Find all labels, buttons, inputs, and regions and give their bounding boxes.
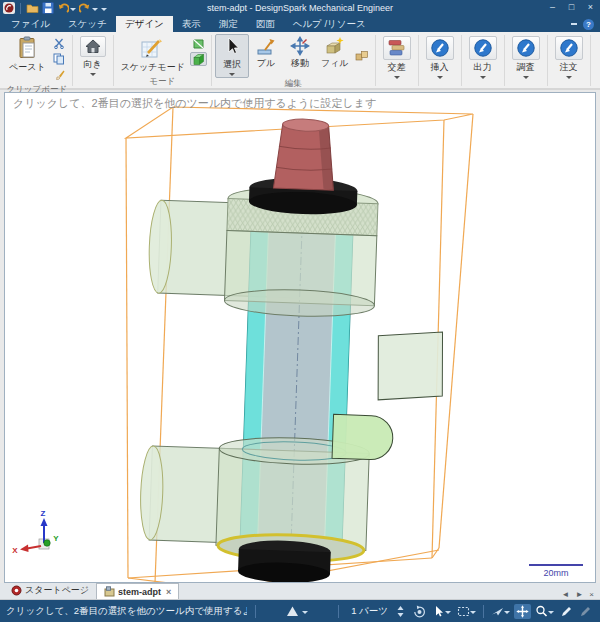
ribbon-group-insert: 挿入 [419, 33, 461, 88]
tab-navigation: ◄ ► × [561, 590, 600, 599]
axis-x-label: X [12, 546, 18, 555]
close-tabs-icon[interactable]: × [589, 590, 594, 599]
divider [20, 3, 21, 14]
viewport-hint-text: クリックして、2番目の選択を他のツール内で使用するように設定します [13, 97, 376, 109]
scissors-icon [53, 37, 65, 49]
collapse-ribbon-icon[interactable] [571, 23, 577, 25]
document-icon [104, 586, 115, 597]
tab-drawing[interactable]: 図面 [247, 16, 284, 32]
divider [483, 605, 484, 618]
order-icon [559, 38, 579, 58]
output-button[interactable]: 出力 [465, 34, 501, 81]
order-button[interactable]: 注文 [551, 34, 587, 81]
maximize-button[interactable]: □ [562, 0, 581, 16]
investigate-button[interactable]: 調査 [508, 34, 544, 81]
pan-move-button[interactable] [514, 604, 531, 619]
dropdown-caret-icon [523, 76, 529, 79]
fill-button[interactable]: フィル [317, 34, 353, 72]
undo-button[interactable] [57, 3, 76, 14]
format-painter-button[interactable] [51, 68, 68, 82]
tab-design[interactable]: デザイン [116, 16, 173, 32]
divider [338, 605, 339, 618]
cube-icon [192, 53, 205, 66]
sketch-plane-button[interactable] [558, 604, 575, 619]
ribbon-group-investigate: 調査 [505, 33, 547, 88]
warning-triangle-icon [286, 605, 299, 617]
app-logo-icon[interactable] [3, 2, 15, 14]
tab-start-page[interactable]: スタートページ [4, 582, 96, 599]
warnings-button[interactable] [286, 605, 308, 617]
close-button[interactable]: × [581, 0, 600, 16]
scale-bar: 20mm [529, 565, 583, 578]
move-button[interactable]: 移動 [283, 34, 317, 72]
dropdown-caret-icon [92, 8, 98, 11]
close-tab-icon[interactable]: × [166, 587, 171, 597]
next-tab-icon[interactable]: ► [575, 590, 583, 599]
intersect-button[interactable]: 交差 [379, 34, 415, 81]
sketch-plane-alt-button[interactable] [577, 604, 594, 619]
combine-button[interactable] [354, 49, 371, 63]
fly-navigation-button[interactable] [489, 604, 512, 619]
tab-stem-adpt[interactable]: stem-adpt × [96, 583, 179, 599]
move-icon [290, 36, 310, 56]
select-tool-button[interactable] [430, 604, 453, 619]
title-bar: stem-adpt - DesignSpark Mechanical Engin… [0, 0, 600, 16]
parts-count: 1 パーツ [351, 605, 388, 618]
section-mode-icon [192, 37, 205, 50]
ribbon-group-orientation: 向き [73, 33, 113, 88]
tab-file[interactable]: ファイル [2, 16, 59, 32]
axis-triad: Z X Y [12, 509, 59, 555]
dropdown-caret-icon [470, 611, 476, 614]
prev-tab-icon[interactable]: ◄ [561, 590, 569, 599]
select-cursor-icon [223, 36, 241, 57]
ribbon-tab-row: ファイル スケッチ デザイン 表示 測定 図面 ヘルプ /リソース ? [0, 16, 600, 32]
open-folder-icon[interactable] [26, 2, 39, 14]
help-icon[interactable]: ? [583, 19, 594, 30]
save-icon[interactable] [42, 2, 54, 14]
orbit-button[interactable] [411, 604, 428, 619]
select-button[interactable]: 選択 [215, 34, 249, 78]
dropdown-caret-icon [566, 76, 572, 79]
axis-z-label: Z [41, 509, 46, 518]
minimize-button[interactable]: – [543, 0, 562, 16]
box-select-button[interactable] [455, 604, 478, 619]
model-assembly[interactable] [138, 114, 452, 582]
divider [255, 605, 256, 618]
ribbon-group-mode: スケッチモード モード [114, 33, 211, 88]
orientation-button[interactable]: 向き [76, 34, 110, 78]
svg-text:20mm: 20mm [543, 568, 568, 578]
pull-button[interactable]: 移動 プル [249, 34, 283, 72]
qat-customize-caret-icon[interactable] [101, 8, 107, 11]
undo-icon [57, 3, 69, 14]
dropdown-caret-icon [504, 611, 510, 614]
cut-button[interactable] [51, 36, 68, 50]
part-red-barb[interactable] [273, 118, 335, 190]
paste-button[interactable]: ペースト [5, 34, 50, 76]
spin-updown-button[interactable] [392, 604, 409, 619]
dropdown-caret-icon [548, 611, 554, 614]
tab-help-resources[interactable]: ヘルプ /リソース [284, 16, 375, 32]
insert-icon [430, 38, 450, 58]
redo-icon [79, 3, 91, 14]
insert-button[interactable]: 挿入 [422, 34, 458, 81]
copy-button[interactable] [51, 52, 68, 66]
intersect-icon [387, 38, 407, 58]
dropdown-caret-icon [302, 611, 308, 614]
zoom-button[interactable] [533, 604, 556, 619]
dropdown-caret-icon [229, 73, 235, 76]
tab-measure[interactable]: 測定 [210, 16, 247, 32]
ribbon-group-order: 注文 [548, 33, 590, 88]
home-icon [84, 38, 102, 55]
part-black-bottom-cylinder[interactable] [238, 539, 331, 582]
solid-mode-button[interactable] [190, 52, 207, 66]
tab-sketch[interactable]: スケッチ [59, 16, 116, 32]
part-square-plate[interactable] [376, 330, 444, 402]
part-rounded-tab[interactable] [332, 414, 393, 460]
tab-display[interactable]: 表示 [173, 16, 210, 32]
dropdown-caret-icon [70, 8, 76, 11]
ribbon: ペースト クリップボード 向き スケッチモード [0, 32, 600, 90]
section-mode-button[interactable] [190, 36, 207, 50]
viewport-3d[interactable]: クリックして、2番目の選択を他のツール内で使用するように設定します 20mm Z… [4, 92, 596, 583]
redo-button[interactable] [79, 3, 98, 14]
sketch-mode-button[interactable]: スケッチモード [117, 34, 189, 76]
